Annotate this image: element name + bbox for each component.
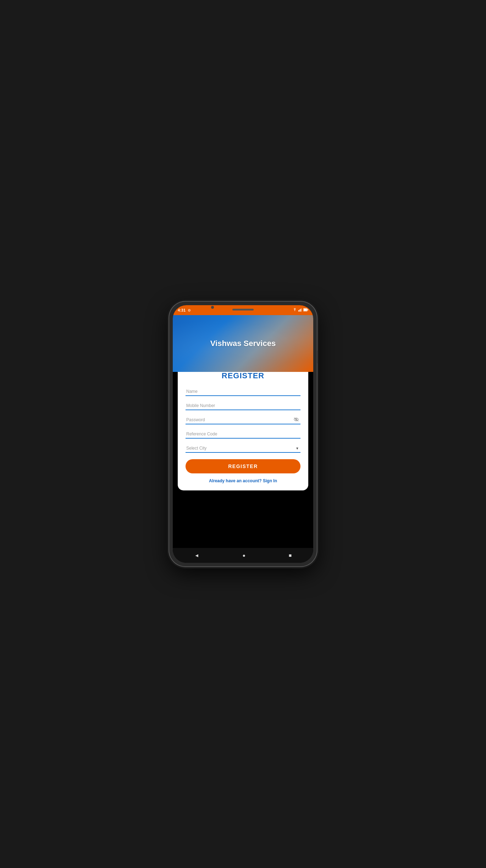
password-wrapper: [186, 415, 300, 424]
name-input[interactable]: [186, 387, 300, 396]
volume-button: [317, 351, 317, 363]
register-form-card: REGISTER: [178, 363, 308, 490]
register-button[interactable]: REGISTER: [186, 459, 300, 473]
back-button[interactable]: ◄: [189, 550, 204, 560]
status-left: 4:31 ⚙: [178, 308, 191, 312]
header-banner: Vishwas Services: [173, 315, 313, 372]
phone-screen: 4:31 ⚙: [173, 305, 313, 563]
phone-frame: 4:31 ⚙: [169, 301, 317, 567]
wifi-icon: [293, 308, 297, 312]
mobile-field-wrapper: [186, 401, 300, 410]
status-time: 4:31: [178, 308, 186, 312]
svg-rect-5: [308, 309, 308, 311]
signal-icon: [298, 308, 302, 312]
app-title: Vishwas Services: [210, 339, 276, 348]
svg-rect-0: [298, 310, 299, 312]
select-city-field-wrapper: Select City ▼: [186, 444, 300, 453]
mobile-input[interactable]: [186, 401, 300, 410]
svg-rect-1: [299, 309, 300, 312]
battery-icon: [303, 308, 308, 312]
eye-slash-icon[interactable]: [293, 417, 299, 423]
scroll-area: Vishwas Services REGISTER: [173, 315, 313, 548]
select-city-dropdown[interactable]: Select City: [186, 444, 300, 453]
gear-icon: ⚙: [188, 308, 191, 312]
speaker: [232, 309, 254, 311]
name-field-wrapper: [186, 387, 300, 396]
nav-bar: ◄ ● ■: [173, 548, 313, 563]
home-button[interactable]: ●: [237, 550, 250, 560]
password-field-wrapper: [186, 415, 300, 424]
sign-in-link[interactable]: Already have an account? Sign In: [186, 478, 300, 483]
svg-rect-6: [304, 309, 307, 311]
reference-code-field-wrapper: [186, 429, 300, 439]
svg-rect-2: [300, 309, 301, 312]
svg-rect-3: [302, 308, 302, 312]
register-title: REGISTER: [186, 371, 300, 380]
camera: [211, 306, 214, 309]
password-input[interactable]: [186, 415, 300, 424]
select-city-wrapper: Select City ▼: [186, 444, 300, 453]
recents-button[interactable]: ■: [284, 550, 297, 560]
status-right: [293, 308, 308, 312]
reference-code-input[interactable]: [186, 429, 300, 439]
